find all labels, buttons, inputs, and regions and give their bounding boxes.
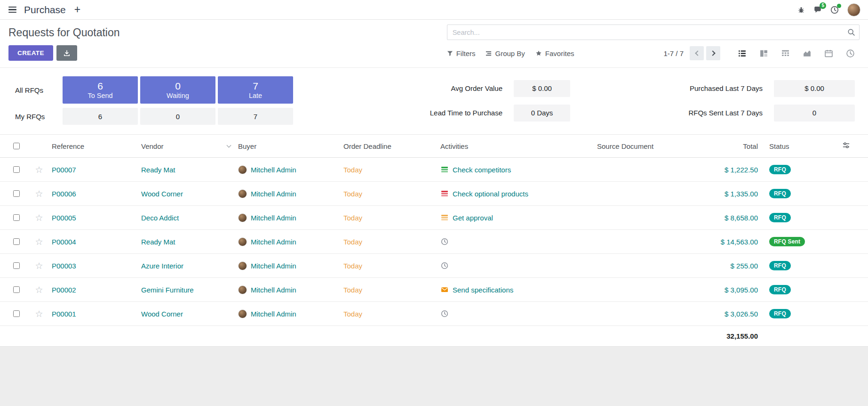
search-bar[interactable] — [447, 24, 860, 40]
table-row[interactable]: ☆ P00005 Deco Addict Mitchell Admin Toda… — [0, 206, 868, 230]
export-button[interactable] — [56, 45, 77, 61]
view-kanban-button[interactable] — [754, 46, 773, 61]
vendor-link[interactable]: Azure Interior — [141, 262, 183, 270]
search-input[interactable] — [447, 24, 860, 40]
messages-icon[interactable]: 5 — [813, 6, 822, 14]
reference-link[interactable]: P00005 — [52, 214, 76, 222]
search-icon[interactable] — [847, 28, 855, 38]
column-header-vendor[interactable]: Vendor — [141, 142, 238, 150]
activity-cell-icon[interactable] — [440, 286, 448, 294]
activity-cell-icon[interactable] — [440, 310, 448, 318]
reference-link[interactable]: P00002 — [52, 286, 76, 294]
buyer-link[interactable]: Mitchell Admin — [251, 214, 296, 222]
kpi-value: 6 — [97, 81, 103, 92]
row-checkbox[interactable] — [13, 190, 20, 197]
reference-link[interactable]: P00007 — [52, 166, 76, 174]
favorite-star-icon[interactable]: ☆ — [35, 165, 43, 174]
column-header-total[interactable]: Total — [685, 142, 763, 150]
column-header-source-document[interactable]: Source Document — [597, 142, 685, 150]
activity-cell-icon[interactable] — [440, 190, 448, 198]
table-row[interactable]: ☆ P00003 Azure Interior Mitchell Admin T… — [0, 254, 868, 278]
reference-link[interactable]: P00003 — [52, 262, 76, 270]
optional-columns-icon[interactable] — [842, 141, 850, 151]
view-pivot-button[interactable] — [776, 46, 795, 61]
kpi-my-to-send[interactable]: 6 — [63, 108, 138, 125]
kpi-my-waiting[interactable]: 0 — [140, 108, 215, 125]
table-row[interactable]: ☆ P00002 Gemini Furniture Mitchell Admin… — [0, 278, 868, 302]
stat-label: RFQs Sent Last 7 Days — [581, 109, 763, 117]
reference-link[interactable]: P00001 — [52, 310, 76, 318]
column-header-activities[interactable]: Activities — [440, 142, 597, 150]
vendor-link[interactable]: Gemini Furniture — [141, 286, 194, 294]
kpi-all-late[interactable]: 7 Late — [218, 76, 293, 104]
buyer-avatar — [238, 285, 247, 294]
user-avatar[interactable] — [847, 3, 860, 16]
group-by-button[interactable]: Group By — [486, 49, 525, 57]
vendor-link[interactable]: Ready Mat — [141, 166, 175, 174]
vendor-link[interactable]: Wood Corner — [141, 190, 183, 198]
activity-cell-icon[interactable] — [440, 238, 448, 246]
apps-menu-icon[interactable] — [8, 5, 17, 15]
column-header-order-deadline[interactable]: Order Deadline — [343, 142, 440, 150]
activity-label[interactable]: Check optional products — [453, 190, 528, 198]
row-checkbox[interactable] — [13, 310, 20, 317]
activity-clock-icon — [441, 238, 448, 245]
activity-cell-icon[interactable] — [440, 262, 448, 270]
buyer-link[interactable]: Mitchell Admin — [251, 238, 296, 246]
buyer-link[interactable]: Mitchell Admin — [251, 262, 296, 270]
favorite-star-icon[interactable]: ☆ — [35, 285, 43, 294]
row-checkbox[interactable] — [13, 286, 20, 293]
activity-label[interactable]: Get approval — [453, 214, 493, 222]
vendor-link[interactable]: Deco Addict — [141, 214, 179, 222]
favorites-button[interactable]: Favorites — [535, 49, 574, 57]
activity-cell-icon[interactable] — [440, 214, 448, 222]
activity-label[interactable]: Send specifications — [453, 286, 513, 294]
favorite-star-icon[interactable]: ☆ — [35, 261, 43, 270]
column-header-reference[interactable]: Reference — [52, 142, 141, 150]
view-list-button[interactable] — [733, 46, 751, 61]
column-header-buyer[interactable]: Buyer — [238, 142, 343, 150]
filters-button[interactable]: Filters — [447, 49, 476, 57]
app-name[interactable]: Purchase — [24, 4, 66, 16]
reference-link[interactable]: P00004 — [52, 238, 76, 246]
vendor-link[interactable]: Wood Corner — [141, 310, 183, 318]
table-row[interactable]: ☆ P00007 Ready Mat Mitchell Admin Today … — [0, 158, 868, 182]
buyer-link[interactable]: Mitchell Admin — [251, 310, 296, 318]
pager-next-button[interactable] — [706, 46, 720, 60]
debug-bug-icon[interactable] — [797, 6, 805, 14]
select-all-checkbox[interactable] — [13, 143, 20, 149]
table-footer-row: 32,155.00 — [0, 326, 868, 347]
create-button[interactable]: CREATE — [8, 45, 53, 61]
favorite-star-icon[interactable]: ☆ — [35, 189, 43, 198]
table-row[interactable]: ☆ P00004 Ready Mat Mitchell Admin Today … — [0, 230, 868, 254]
row-checkbox[interactable] — [13, 166, 20, 173]
kpi-all-to-send[interactable]: 6 To Send — [63, 76, 138, 104]
favorite-star-icon[interactable]: ☆ — [35, 309, 43, 318]
activities-clock-icon[interactable] — [830, 6, 839, 14]
kpi-all-waiting[interactable]: 0 Waiting — [140, 76, 215, 104]
messages-badge: 5 — [820, 2, 826, 9]
row-checkbox[interactable] — [13, 262, 20, 269]
buyer-link[interactable]: Mitchell Admin — [251, 190, 296, 198]
activity-cell-icon[interactable] — [440, 166, 448, 174]
buyer-link[interactable]: Mitchell Admin — [251, 166, 296, 174]
buyer-link[interactable]: Mitchell Admin — [251, 286, 296, 294]
total-amount: $ 1,335.00 — [725, 190, 758, 198]
kpi-my-late[interactable]: 7 — [218, 108, 293, 125]
table-row[interactable]: ☆ P00001 Wood Corner Mitchell Admin Toda… — [0, 302, 868, 326]
favorite-star-icon[interactable]: ☆ — [35, 213, 43, 222]
column-header-status[interactable]: Status — [763, 142, 824, 150]
new-tab-plus-icon[interactable]: + — [72, 4, 82, 15]
pager-previous-button[interactable] — [690, 46, 704, 60]
table-row[interactable]: ☆ P00006 Wood Corner Mitchell Admin Toda… — [0, 182, 868, 206]
row-checkbox[interactable] — [13, 214, 20, 221]
group-by-icon — [486, 50, 492, 57]
favorite-star-icon[interactable]: ☆ — [35, 237, 43, 246]
reference-link[interactable]: P00006 — [52, 190, 76, 198]
vendor-link[interactable]: Ready Mat — [141, 238, 175, 246]
view-activity-button[interactable] — [841, 46, 860, 61]
view-calendar-button[interactable] — [819, 46, 838, 61]
row-checkbox[interactable] — [13, 238, 20, 245]
activity-label[interactable]: Check competitors — [453, 166, 511, 174]
view-graph-button[interactable] — [797, 46, 816, 61]
